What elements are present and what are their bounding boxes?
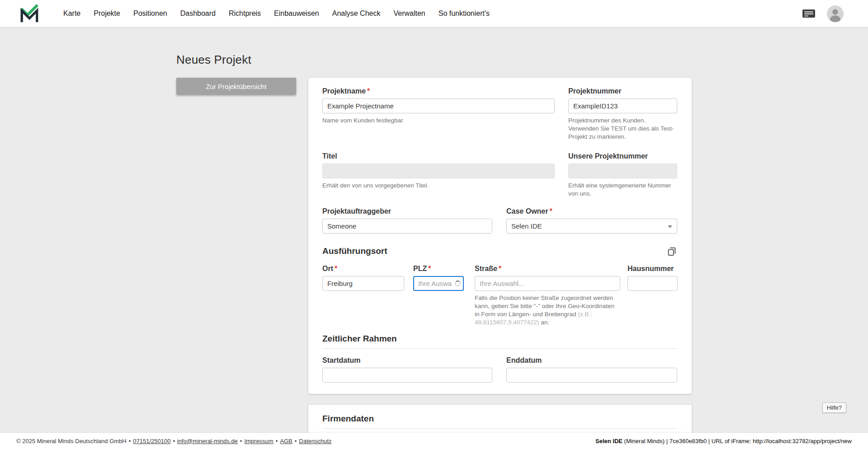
ort-input[interactable] [322, 276, 404, 291]
separator-dot: • [240, 438, 242, 444]
separator-dot: • [173, 438, 175, 444]
nav-item-verwalten[interactable]: Verwalten [393, 9, 425, 18]
topbar-right [802, 5, 844, 22]
startdatum-field: Startdatum [322, 356, 492, 383]
projektauftraggeber-field: Projektauftraggeber [322, 207, 492, 234]
enddatum-field: Enddatum [506, 356, 677, 383]
unsere-projektnummer-field: Unsere Projektnummer Erhält eine systemg… [568, 152, 677, 198]
footer-link-agb[interactable]: AGB [280, 438, 292, 444]
case-owner-value: Selen IDE [511, 222, 542, 230]
titel-helper: Erhält den von uns vorgegebenen Titel. [322, 182, 555, 190]
copyright-text: © 2025 Mineral Minds Deutschland GmbH [16, 438, 127, 444]
form-cards: Projektname* Name vom Kunden festlegbar … [308, 78, 692, 449]
startdatum-input[interactable] [322, 368, 492, 383]
enddatum-label: Enddatum [506, 356, 542, 364]
footer-link-email[interactable]: info@mineral-minds.de [177, 438, 238, 444]
left-column: Zur Projektübersicht [176, 78, 296, 95]
project-form-card: Projektname* Name vom Kunden festlegbar … [308, 78, 692, 394]
required-asterisk: * [549, 207, 552, 215]
required-asterisk: * [499, 265, 501, 272]
strasse-field: Straße* Falls die Position keiner Straße… [475, 264, 620, 327]
nav-item-richtpreis[interactable]: Richtpreis [229, 9, 261, 18]
nav-item-karte[interactable]: Karte [63, 9, 80, 18]
status-user: Selen IDE [595, 438, 623, 444]
strasse-input[interactable] [475, 276, 620, 291]
footer-link-datenschutz[interactable]: Datenschutz [299, 438, 331, 444]
hausnummer-field: Hausnummer [627, 264, 678, 327]
mineral-minds-logo-icon [20, 4, 39, 23]
chevron-down-icon [668, 225, 672, 228]
projektname-input[interactable] [322, 98, 555, 113]
hausnummer-label: Hausnummer [627, 265, 674, 272]
projektname-helper: Name vom Kunden festlegbar [322, 117, 555, 125]
projektauftraggeber-input[interactable] [322, 219, 492, 234]
session-status: Selen IDE (Mineral Minds) | 7ce360e83fb0… [595, 438, 852, 444]
required-asterisk: * [335, 265, 337, 272]
projektname-field: Projektname* Name vom Kunden festlegbar [322, 87, 555, 141]
strasse-helper: Falls die Position keiner Straße zugeord… [475, 294, 620, 327]
ort-field: Ort* [322, 264, 404, 327]
titel-field: Titel Erhält den von uns vorgegebenen Ti… [322, 152, 555, 198]
help-button[interactable]: Hilfe? [822, 402, 846, 413]
required-asterisk: * [428, 265, 431, 272]
section-title-zeitlicher-rahmen: Zeitlicher Rahmen [322, 334, 678, 349]
page-title: Neues Projekt [176, 53, 692, 67]
unsere-projektnummer-input [568, 164, 677, 178]
top-nav: Karte Projekte Positionen Dashboard Rich… [0, 0, 868, 27]
unsere-projektnummer-label: Unsere Projektnummer [568, 152, 648, 160]
projektname-label: Projektname [322, 87, 366, 95]
separator-dot: • [295, 438, 297, 444]
case-owner-select[interactable]: Selen IDE [506, 219, 677, 234]
projektnummer-label: Projektnummer [568, 87, 621, 95]
nav-item-dashboard[interactable]: Dashboard [180, 9, 216, 18]
separator-dot: • [276, 438, 278, 444]
server-icon[interactable] [802, 8, 816, 19]
strasse-label: Straße [475, 265, 497, 272]
case-owner-field: Case Owner* Selen IDE [506, 207, 677, 234]
hausnummer-input[interactable] [627, 276, 678, 291]
projektnummer-helper: Projektnummer des Kunden. Verwenden Sie … [568, 117, 677, 141]
separator-dot: • [129, 438, 131, 444]
projektnummer-field: Projektnummer Projektnummer des Kunden. … [568, 87, 677, 141]
plz-label: PLZ [413, 265, 427, 272]
required-asterisk: * [367, 87, 370, 95]
app-logo[interactable] [20, 4, 39, 23]
enddatum-input[interactable] [506, 368, 677, 383]
main-nav: Karte Projekte Positionen Dashboard Rich… [63, 9, 490, 18]
nav-item-projekte[interactable]: Projekte [94, 9, 120, 18]
copy-icon [667, 246, 677, 256]
ort-label: Ort [322, 265, 333, 272]
plz-field: PLZ* [413, 264, 464, 327]
titel-label: Titel [322, 152, 337, 160]
projektnummer-input[interactable] [568, 98, 677, 113]
footer-link-impressum[interactable]: Impressum [244, 438, 273, 444]
back-to-project-overview-button[interactable]: Zur Projektübersicht [176, 78, 296, 95]
nav-item-analyse-check[interactable]: Analyse Check [332, 9, 381, 18]
nav-item-einbauweisen[interactable]: Einbauweisen [274, 9, 319, 18]
case-owner-label: Case Owner [506, 207, 548, 215]
main-content: Neues Projekt Zur Projektübersicht Proje… [176, 27, 692, 449]
projektauftraggeber-label: Projektauftraggeber [322, 207, 391, 215]
section-title-ausfuehrungsort: Ausführungsort [322, 246, 387, 256]
loading-spinner-icon [455, 281, 461, 286]
user-avatar[interactable] [827, 5, 844, 22]
startdatum-label: Startdatum [322, 356, 360, 364]
unsere-projektnummer-helper: Erhält eine systemgenerierte Nummer von … [568, 182, 677, 198]
footer: © 2025 Mineral Minds Deutschland GmbH • … [0, 433, 868, 449]
nav-item-so-funktionierts[interactable]: So funktioniert's [439, 9, 490, 18]
footer-link-phone[interactable]: 07151/250100 [133, 438, 170, 444]
status-detail: (Mineral Minds) | 7ce360e83fb0 | URL of … [623, 438, 852, 444]
titel-input [322, 164, 555, 178]
nav-item-positionen[interactable]: Positionen [133, 9, 167, 18]
section-title-firmendaten: Firmendaten [322, 414, 678, 429]
footer-info: © 2025 Mineral Minds Deutschland GmbH • … [16, 438, 332, 444]
copy-location-button[interactable] [666, 245, 678, 257]
